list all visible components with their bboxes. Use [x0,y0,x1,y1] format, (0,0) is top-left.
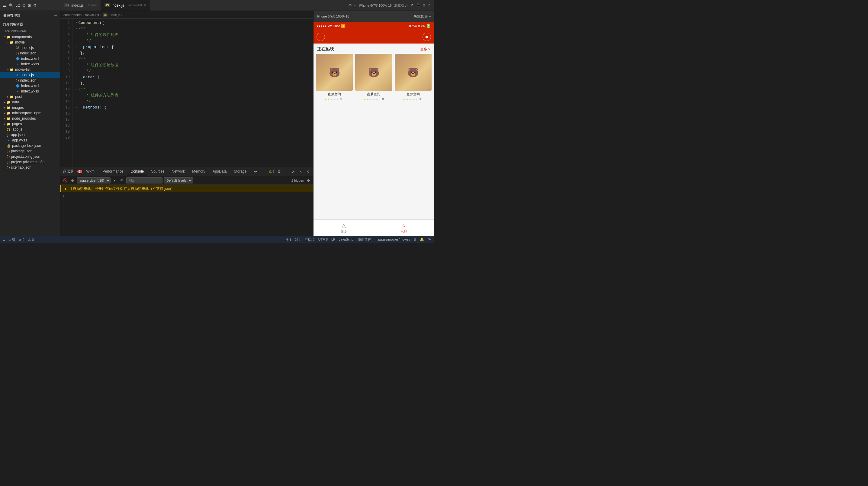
code-line-18: */ [75,98,310,105]
page-path: pages/movies/movies [378,237,410,242]
language-label[interactable]: JavaScript [339,237,354,242]
more-icon[interactable]: ··· [54,14,57,18]
service-selector[interactable]: appservice (#18) [77,177,111,183]
section-more[interactable]: 更多 > [420,47,430,52]
outline-icon[interactable]: ≡ [3,238,5,241]
sidebar-item-app-js[interactable]: JS app.js [0,126,60,132]
record-btn[interactable]: ⏺ [423,33,431,41]
sidebar-item-sitemap[interactable]: { } sitemap.json [0,165,60,170]
phone-bottom-nav: △ 阅读 ○ 电影 [313,220,434,236]
sidebar-item-node-modules[interactable]: ▸ 📁 node_modules [0,116,60,121]
tab-more[interactable]: ▸▸ [251,168,260,175]
debugger-panel: 调试器 1 Wxml Performance Console Sources N… [60,167,313,236]
tab-index-js-movie-list[interactable]: JS index.js .../movie-list ✕ [101,0,150,10]
sidebar-item-movielist-index-json[interactable]: { } index.json [0,78,60,83]
top-bar: ☰ 🔍 ⎇ ⬡ ⊞ ⚙ JS index.js .../movie JS ind… [0,0,434,11]
debugger-close-btn[interactable]: ✕ [305,169,311,175]
dropdown-btn[interactable]: ▾ [112,177,118,183]
hotreload-toggle[interactable]: 热重载 开 ▾ [414,14,431,19]
back-btn[interactable]: ⊘ [69,177,75,183]
breadcrumb-ellipsis[interactable]: ... [124,13,126,17]
debugger-collapse-btn[interactable]: ∧ [298,169,304,175]
star-13: ★ [409,98,411,101]
tab-sources[interactable]: Sources [148,168,167,175]
levels-select[interactable]: Default levels [164,177,193,183]
position-label: 行 1，列 1 [285,237,301,242]
star-5: ★ [336,98,339,101]
reload-icon[interactable]: ↺ [411,3,413,7]
sidebar-item-project-config[interactable]: { } project.config.json [0,154,60,159]
movie-card-2[interactable]: 🐻 盗梦空间 ★ ★ ★ ★ ★ 3.0 [355,54,392,101]
breadcrumb-components[interactable]: components [63,13,82,17]
search-icon[interactable]: 🔍 [9,3,13,7]
more-options-icon[interactable]: ··· [354,4,357,7]
sidebar-item-movielist-index-wxml[interactable]: 🔷 index.wxml [0,83,60,89]
sidebar-item-movielist-index-wxss[interactable]: 🔹 index.wxss [0,89,60,94]
copy-path-icon[interactable]: ⧉ [414,237,416,242]
sidebar-item-movie-index-wxss[interactable]: 🔹 index.wxss [0,61,60,67]
warning-triangle-icon: ▲ [64,187,67,191]
sidebar-item-pages[interactable]: ▸ 📁 pages [0,121,60,126]
device-icon[interactable]: 📱 [416,3,420,7]
settings-btn[interactable]: ⚙ [305,177,311,183]
tab-index-js-movie[interactable]: JS index.js .../movie [60,0,101,10]
sidebar-item-package-json[interactable]: { } package.json [0,148,60,154]
split-editor-icon[interactable]: ⧉ [349,3,351,7]
tab-memory[interactable]: Memory [189,168,208,175]
debugger-badge: 1 [77,170,82,173]
git-icon[interactable]: ⎇ [16,3,20,7]
sidebar-item-project-private[interactable]: { } project.private.config... [0,159,60,165]
breadcrumb-movie-list[interactable]: movie-list [85,13,99,17]
sidebar-item-miniprogram-npm[interactable]: ▸ 📁 miniprogram_npm [0,110,60,116]
nav-movie[interactable]: ○ 电影 [401,223,407,234]
console-prompt[interactable]: › [60,192,313,199]
status-right: 10:54 83% 🔋 [408,24,431,28]
tab-close-button[interactable]: ✕ [144,4,146,7]
sidebar-item-package-lock[interactable]: 🔒 package-lock.json [0,143,60,148]
breadcrumb-indexjs[interactable]: index.js [109,13,120,17]
menu-icon[interactable]: ☰ [3,3,6,7]
qr-icon[interactable]: ⊞ [423,3,425,7]
more-btn[interactable]: ··· [316,33,325,41]
sidebar-item-data[interactable]: ▸ 📁 data [0,99,60,105]
tab-appdata[interactable]: AppData [210,168,230,175]
clear-console-btn[interactable]: 🚫 [62,177,68,183]
settings-icon[interactable]: ⚙ [33,3,36,7]
tab-wxml[interactable]: Wxml [83,168,98,175]
sidebar-item-movie-index-json[interactable]: { } index.json [0,51,60,56]
code-line-2: ▾/** [75,26,310,32]
filter-input[interactable] [126,177,162,183]
main-area: 资源管理器 ··· 打开的编辑器 TESTPROGRAM ▾ 📁 compone… [0,11,434,236]
status-bar: ≡ 大纲 ⊗ 0 ⚠ 0 行 1，列 1 空格: 2 UTF-8 LF Java… [0,236,434,243]
tab-network[interactable]: Network [168,168,188,175]
debugger-undock-btn[interactable]: ⤢ [290,169,296,175]
code-line-1: ▾Component({ [75,20,310,26]
code-editor[interactable]: ▾Component({ ▾/** * 组件的属性列表 */ ▾ propert… [72,19,313,167]
notification-icon[interactable]: 🔔 [420,237,424,242]
sidebar-item-movie-index-js[interactable]: JS index.js [0,45,60,51]
sidebar-item-movie[interactable]: ▾ 📁 movie [0,39,60,45]
sidebar-item-components[interactable]: ▾ 📁 components [0,34,60,39]
sidebar-item-movielist-index-js[interactable]: JS index.js [0,72,60,78]
sidebar-item-app-json[interactable]: { } app.json [0,132,60,138]
tab-performance[interactable]: Performance [100,168,127,175]
debugger-settings-btn[interactable]: ⚙ [276,169,282,175]
nav-reading[interactable]: △ 阅读 [341,222,347,234]
debugger-more-btn[interactable]: ⋮ [283,169,289,175]
movie-thumb-3: 🐻 [395,54,432,91]
movie-card-3[interactable]: 🐻 盗梦空间 ★ ★ ★ ★ ★ 3.0 [395,54,432,101]
tab-storage[interactable]: Storage [231,168,249,175]
sidebar-item-movie-index-wxml[interactable]: 🔷 index.wxml [0,56,60,61]
preview-icon[interactable]: 👁 [428,237,431,242]
sidebar-item-movie-list[interactable]: ▾ 📁 movie-list [0,67,60,72]
sidebar-item-images[interactable]: ▸ 📁 images [0,105,60,110]
debug-icon[interactable]: ⬡ [22,3,25,7]
sidebar-item-app-wxss[interactable]: 🔹 app.wxss [0,138,60,143]
terminal-icon[interactable]: ⊞ [28,3,31,7]
movie-card-1[interactable]: 🐻 盗梦空间 ★ ★ ★ ★ ★ 3.0 [316,54,353,101]
tab-console[interactable]: Console [127,168,147,175]
breadcrumb-sep-1: › [83,13,84,17]
sidebar-item-post[interactable]: ▸ 📁 post [0,94,60,99]
eye-btn[interactable]: 👁 [119,177,125,183]
expand-icon[interactable]: ⤢ [428,3,430,7]
